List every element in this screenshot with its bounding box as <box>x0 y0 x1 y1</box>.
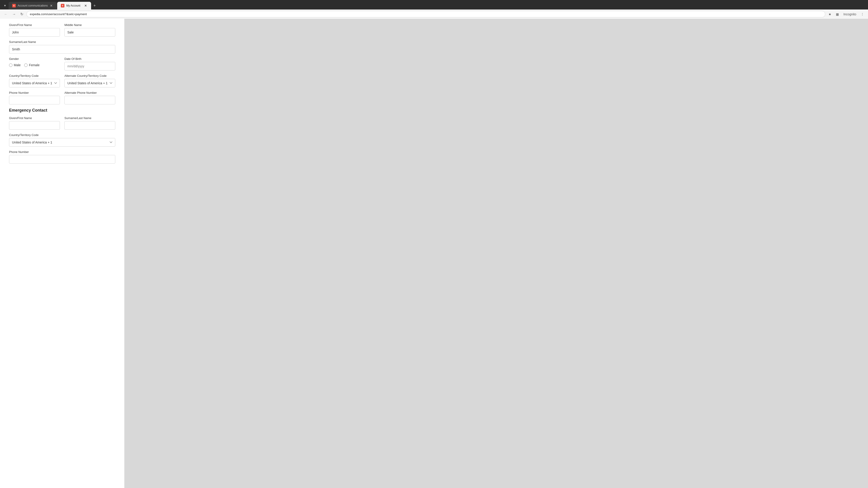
given-name-label: Given/First Name <box>9 23 60 27</box>
emergency-given-name-input[interactable] <box>9 121 60 130</box>
gender-group: Gender Male Female <box>9 57 60 70</box>
tab-my-account-label: My Account <box>66 4 82 7</box>
gender-female-radio[interactable] <box>24 64 28 67</box>
page-wrapper: Given/First Name Middle Name Surname/Las… <box>0 19 868 488</box>
new-tab-button[interactable]: + <box>92 2 98 9</box>
dob-group: Date Of Birth <box>64 57 115 70</box>
alt-phone-group: Alternate Phone Number <box>64 91 115 104</box>
given-name-input[interactable] <box>9 28 60 37</box>
middle-name-input[interactable] <box>64 28 115 37</box>
gender-male-label: Male <box>14 63 21 67</box>
country-code-select[interactable]: United States of America + 1 United King… <box>9 79 60 88</box>
emergency-country-code-group: Country/Territory Code United States of … <box>9 133 115 147</box>
alt-country-code-label: Alternate Country/Territory Code <box>64 74 115 77</box>
middle-name-label: Middle Name <box>64 23 115 27</box>
emergency-phone-label: Phone Number <box>9 150 115 154</box>
country-code-label: Country/Territory Code <box>9 74 60 77</box>
gender-male-option[interactable]: Male <box>9 63 21 67</box>
tab-list-button[interactable]: ▼ <box>2 3 8 8</box>
surname-label: Surname/Last Name <box>9 40 115 43</box>
tab-my-account-close[interactable]: ✕ <box>84 4 88 8</box>
gender-female-label: Female <box>29 63 39 67</box>
gender-dob-row: Gender Male Female Date Of Birth <box>9 57 115 70</box>
incognito-button[interactable]: Incognito <box>842 11 858 17</box>
gender-male-radio[interactable] <box>9 64 12 67</box>
emergency-phone-row: Phone Number <box>9 150 115 164</box>
alt-phone-input[interactable] <box>64 96 115 104</box>
gender-options: Male Female <box>9 62 60 68</box>
gender-female-option[interactable]: Female <box>24 63 39 67</box>
emergency-country-row: Country/Territory Code United States of … <box>9 133 115 147</box>
page-content: Given/First Name Middle Name Surname/Las… <box>0 19 124 488</box>
alt-country-code-select[interactable]: United States of America + 1 United King… <box>64 79 115 88</box>
alt-phone-label: Alternate Phone Number <box>64 91 115 94</box>
dob-input[interactable] <box>64 62 115 70</box>
expedia-icon-tab1: E <box>12 4 16 7</box>
right-panel <box>124 19 868 488</box>
emergency-phone-group: Phone Number <box>9 150 115 164</box>
expedia-icon-tab2: E <box>61 4 64 7</box>
emergency-given-name-label: Given/First Name <box>9 116 60 120</box>
incognito-label: Incognito <box>843 12 856 16</box>
tab-my-account[interactable]: E My Account ✕ <box>57 2 91 9</box>
country-code-row: Country/Territory Code United States of … <box>9 74 115 88</box>
address-bar-row: ← → ↻ expedia.com/user/account/?&selc=pa… <box>0 9 868 19</box>
layout-button[interactable]: ▦ <box>835 11 840 17</box>
phone-row: Phone Number Alternate Phone Number <box>9 91 115 104</box>
phone-group: Phone Number <box>9 91 60 104</box>
middle-name-group: Middle Name <box>64 23 115 37</box>
tab-bar: ▼ E Account communications ✕ E My Accoun… <box>0 0 868 9</box>
emergency-given-name-group: Given/First Name <box>9 116 60 130</box>
gender-label: Gender <box>9 57 60 61</box>
menu-button[interactable]: ⋮ <box>860 11 865 17</box>
phone-label: Phone Number <box>9 91 60 94</box>
dob-label: Date Of Birth <box>64 57 115 61</box>
country-code-group: Country/Territory Code United States of … <box>9 74 60 88</box>
surname-row: Surname/Last Name <box>9 40 115 54</box>
emergency-country-code-select[interactable]: United States of America + 1 United King… <box>9 138 115 147</box>
given-name-group: Given/First Name <box>9 23 60 37</box>
forward-button[interactable]: → <box>11 11 17 17</box>
emergency-contact-section: Emergency Contact Given/First Name Surna… <box>9 108 115 164</box>
emergency-country-code-label: Country/Territory Code <box>9 133 115 137</box>
browser-chrome: ▼ E Account communications ✕ E My Accoun… <box>0 0 868 19</box>
name-row: Given/First Name Middle Name <box>9 23 115 37</box>
emergency-surname-label: Surname/Last Name <box>64 116 115 120</box>
emergency-surname-group: Surname/Last Name <box>64 116 115 130</box>
tab-account-communications[interactable]: E Account communications ✕ <box>8 2 57 9</box>
emergency-contact-title: Emergency Contact <box>9 108 115 113</box>
address-bar[interactable]: expedia.com/user/account/?&selc=payment <box>26 11 825 18</box>
alt-country-code-group: Alternate Country/Territory Code United … <box>64 74 115 88</box>
emergency-name-row: Given/First Name Surname/Last Name <box>9 116 115 130</box>
reload-button[interactable]: ↻ <box>19 11 25 17</box>
surname-group: Surname/Last Name <box>9 40 115 54</box>
address-url: expedia.com/user/account/?&selc=payment <box>30 12 822 16</box>
emergency-surname-input[interactable] <box>64 121 115 130</box>
bookmark-button[interactable]: ★ <box>827 11 833 17</box>
phone-input[interactable] <box>9 96 60 104</box>
tab-account-communications-label: Account communications <box>18 4 48 7</box>
back-button[interactable]: ← <box>3 11 9 17</box>
emergency-phone-input[interactable] <box>9 155 115 164</box>
surname-input[interactable] <box>9 45 115 54</box>
tab-account-communications-close[interactable]: ✕ <box>50 4 53 8</box>
